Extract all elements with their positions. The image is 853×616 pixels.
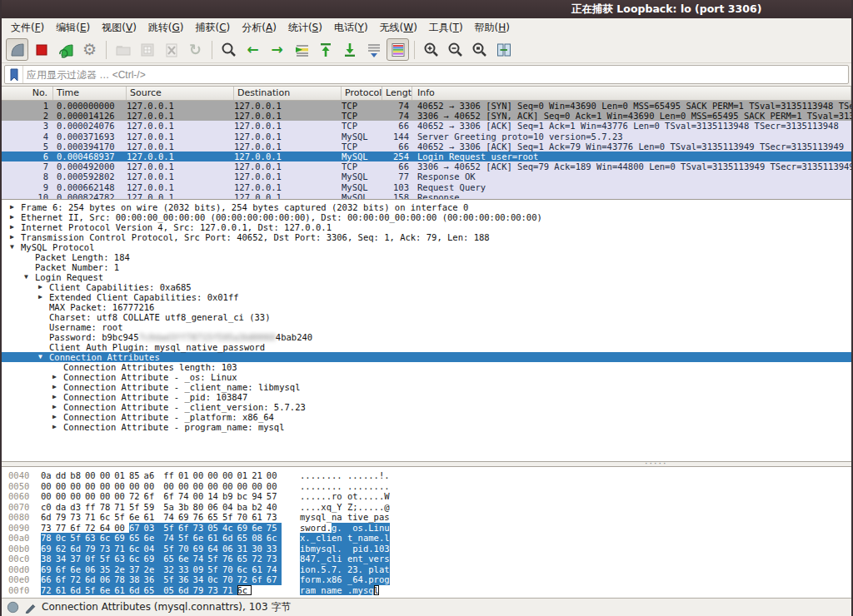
find-packet-button[interactable]: [217, 38, 240, 61]
hex-byte[interactable]: 73: [100, 544, 115, 554]
packet-row[interactable]: 60.000468937127.0.0.1127.0.0.1MySQL254Lo…: [2, 152, 851, 161]
menu-item[interactable]: 视图(V): [96, 19, 142, 37]
menu-item[interactable]: 帮助(H): [469, 19, 516, 37]
hex-byte[interactable]: 61: [207, 533, 222, 544]
display-filter-input[interactable]: [23, 67, 848, 82]
hex-byte[interactable]: 5f: [207, 554, 222, 564]
hex-byte[interactable]: 6e: [144, 533, 164, 544]
go-to-packet-button[interactable]: [290, 38, 312, 61]
menu-item[interactable]: 文件(F): [5, 19, 50, 37]
hex-byte[interactable]: 00: [207, 481, 222, 492]
column-header[interactable]: No.: [2, 87, 53, 100]
hex-byte[interactable]: 6f: [163, 491, 178, 502]
hex-byte[interactable]: 74: [163, 533, 178, 544]
hex-byte[interactable]: 79: [56, 512, 71, 523]
hex-byte[interactable]: 00: [237, 481, 252, 492]
hex-byte[interactable]: 00: [41, 491, 56, 502]
hex-byte[interactable]: 00: [85, 470, 100, 481]
go-forward-button[interactable]: →: [266, 38, 288, 61]
zoom-in-button[interactable]: [420, 38, 442, 61]
hex-byte[interactable]: 6e: [70, 564, 85, 575]
hex-byte[interactable]: d3: [70, 502, 85, 513]
hex-byte[interactable]: 65: [207, 512, 222, 523]
restart-capture-button[interactable]: [54, 38, 77, 61]
hex-byte[interactable]: 00: [163, 481, 178, 492]
hex-byte[interactable]: 5f: [163, 544, 178, 554]
twisty-closed-icon[interactable]: ▶: [52, 402, 63, 412]
ascii-char[interactable]: g: [384, 574, 389, 585]
hex-byte[interactable]: ba: [237, 502, 252, 513]
hex-byte[interactable]: 01: [237, 470, 252, 481]
ascii-char[interactable]: s: [384, 512, 389, 523]
hex-byte[interactable]: 6e: [193, 533, 208, 544]
hex-byte[interactable]: 72: [252, 554, 267, 564]
hex-byte[interactable]: ff: [85, 502, 100, 513]
twisty-closed-icon[interactable]: ▶: [10, 202, 21, 212]
capture-options-button[interactable]: ⚙: [78, 38, 101, 61]
hex-byte[interactable]: 35: [100, 564, 115, 575]
hex-byte[interactable]: 34: [56, 554, 71, 564]
packet-row[interactable]: 90.000662148127.0.0.1127.0.0.1MySQL103Re…: [2, 182, 851, 192]
ascii-char[interactable]: @: [384, 502, 389, 513]
hex-byte[interactable]: 2e: [144, 564, 164, 575]
hex-byte[interactable]: 06: [207, 502, 222, 513]
packet-row[interactable]: 20.000014126127.0.0.1127.0.0.1TCP743306 …: [2, 111, 851, 121]
open-file-button[interactable]: [112, 38, 134, 61]
hex-byte[interactable]: b9: [222, 491, 237, 502]
hex-byte[interactable]: 00: [114, 491, 129, 502]
hex-byte[interactable]: 64: [100, 523, 115, 534]
twisty-closed-icon[interactable]: ▶: [38, 282, 49, 292]
packet-row[interactable]: 10.000000000127.0.0.1127.0.0.1TCP7440652…: [2, 101, 851, 111]
hex-byte[interactable]: 61: [56, 585, 71, 596]
hex-byte[interactable]: 00: [100, 470, 115, 481]
hex-byte[interactable]: 67: [129, 523, 144, 534]
hex-byte[interactable]: 5f: [207, 564, 222, 575]
hex-byte[interactable]: 36: [144, 574, 164, 585]
twisty-closed-icon[interactable]: ▶: [52, 412, 63, 422]
menu-item[interactable]: 分析(A): [236, 19, 282, 37]
hex-row[interactable]: 009073776f72640067035f6f73054c696e75swor…: [2, 523, 851, 534]
hex-byte[interactable]: 6e: [252, 523, 267, 534]
hex-byte[interactable]: 5f: [100, 554, 115, 564]
hex-byte[interactable]: 79: [193, 585, 208, 596]
hex-byte[interactable]: 76: [222, 554, 237, 564]
resize-columns-button[interactable]: [492, 38, 515, 61]
hex-row[interactable]: 0060000000000000726f6f740014b9bc9457....…: [2, 491, 851, 502]
hex-byte[interactable]: 33: [267, 544, 282, 554]
twisty-closed-icon[interactable]: ▶: [52, 392, 63, 402]
packet-row[interactable]: 40.000371693127.0.0.1127.0.0.1MySQL144Se…: [2, 132, 851, 142]
hex-byte[interactable]: 78: [114, 574, 129, 585]
menu-item[interactable]: 编辑(E): [50, 19, 96, 37]
hex-byte[interactable]: 63: [114, 554, 129, 564]
packet-row[interactable]: 30.000024076127.0.0.1127.0.0.1TCP6640652…: [2, 121, 851, 131]
twisty-closed-icon[interactable]: ▶: [52, 372, 63, 382]
detail-row[interactable]: ▶Extended Client Capabilities: 0x01ff: [2, 292, 851, 302]
hex-byte[interactable]: 6d: [85, 574, 100, 585]
hex-byte[interactable]: 6e: [100, 585, 115, 596]
hex-byte[interactable]: 00: [222, 481, 237, 492]
hex-byte[interactable]: 6c: [237, 585, 252, 596]
hex-byte[interactable]: 78: [100, 502, 115, 513]
hex-byte[interactable]: 6c: [237, 564, 252, 575]
go-back-button[interactable]: ←: [242, 38, 264, 61]
reload-file-button[interactable]: ↻: [184, 38, 207, 61]
hex-byte[interactable]: 6d: [70, 544, 85, 554]
ascii-char[interactable]: s: [384, 554, 389, 564]
hex-byte[interactable]: 00: [267, 470, 282, 481]
hex-byte[interactable]: 00: [114, 481, 129, 492]
detail-row[interactable]: Packet Length: 184: [2, 252, 851, 262]
hex-byte[interactable]: 4c: [222, 523, 237, 534]
hex-byte[interactable]: 69: [41, 544, 56, 554]
hex-byte[interactable]: 66: [41, 574, 56, 585]
hex-byte[interactable]: 06: [85, 564, 100, 575]
hex-byte[interactable]: 00: [70, 481, 85, 492]
hex-byte[interactable]: 74: [178, 491, 193, 502]
hex-byte[interactable]: 74: [163, 512, 178, 523]
ascii-char[interactable]: .: [384, 481, 389, 492]
hex-byte[interactable]: 04: [144, 544, 164, 554]
hex-row[interactable]: 0070c0dad3ff78715f595a3b800604bab240....…: [2, 502, 851, 513]
hex-byte[interactable]: 6e: [178, 554, 193, 564]
hex-byte[interactable]: 6d: [70, 585, 85, 596]
hex-byte[interactable]: 05: [207, 523, 222, 534]
hex-byte[interactable]: 00: [100, 491, 115, 502]
